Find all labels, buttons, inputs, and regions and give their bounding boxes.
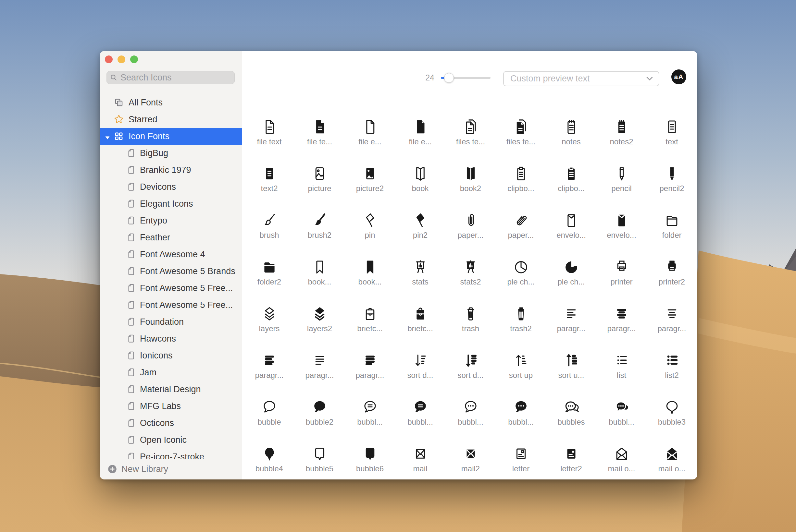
glyph-cell-paperclip[interactable]: paper... [445, 197, 496, 244]
glyph-cell-list[interactable]: list [596, 337, 647, 384]
disclosure-triangle-icon[interactable] [104, 133, 111, 139]
close-button[interactable] [105, 55, 113, 63]
glyph-cell-bookmark2[interactable]: book... [345, 244, 395, 290]
sidebar-library-elegant-icons[interactable]: Elegant Icons [100, 195, 242, 212]
glyph-cell-clipboard-text2[interactable]: clipbo... [546, 150, 596, 197]
new-library-button[interactable]: New Library [100, 459, 242, 479]
glyph-cell-files-text2[interactable]: files te... [496, 103, 546, 150]
glyph-cell-stats2[interactable]: stats2 [445, 244, 496, 290]
glyph-cell-bubble[interactable]: bubble [244, 384, 294, 431]
glyph-cell-mail-open[interactable]: mail o... [596, 431, 647, 477]
text-style-button[interactable]: aA [671, 70, 686, 84]
glyph-cell-pencil[interactable]: pencil [596, 150, 647, 197]
glyph-cell-printer[interactable]: printer [596, 244, 647, 290]
sidebar-library-octicons[interactable]: Octicons [100, 415, 242, 432]
search-input[interactable] [120, 72, 231, 83]
icon-size-slider[interactable] [441, 72, 490, 84]
zoom-button[interactable] [130, 55, 138, 63]
glyph-cell-trash2[interactable]: trash2 [496, 290, 546, 337]
sidebar-library-open-iconic[interactable]: Open Iconic [100, 432, 242, 448]
glyph-cell-pie-chart2[interactable]: pie ch... [546, 244, 596, 290]
sidebar-library-devicons[interactable]: Devicons [100, 178, 242, 195]
search-field[interactable] [107, 71, 235, 84]
glyph-cell-file-text2[interactable]: file te... [294, 103, 345, 150]
glyph-cell-bubble-lines2[interactable]: bubbl... [395, 384, 445, 431]
glyph-cell-paperclip2[interactable]: paper... [496, 197, 546, 244]
preview-text-combobox[interactable]: Custom preview text [503, 71, 659, 86]
sidebar-library-brankic-1979[interactable]: Brankic 1979 [100, 162, 242, 178]
glyph-cell-clipboard-text[interactable]: clipbo... [496, 150, 546, 197]
sidebar-library-font-awesome-5-free-[interactable]: Font Awesome 5 Free... [100, 297, 242, 314]
sidebar-library-font-awesome-5-brands[interactable]: Font Awesome 5 Brands [100, 263, 242, 280]
glyph-cell-mail[interactable]: mail [395, 431, 445, 477]
glyph-cell-file-empty2[interactable]: file e... [395, 103, 445, 150]
sidebar-library-ionicons[interactable]: Ionicons [100, 347, 242, 364]
glyph-cell-picture[interactable]: picture [294, 150, 345, 197]
sidebar-library-foundation[interactable]: Foundation [100, 314, 242, 330]
glyph-cell-bubble6[interactable]: bubble6 [345, 431, 395, 477]
sidebar-library-mfg-labs[interactable]: MFG Labs [100, 398, 242, 415]
glyph-cell-bubbles[interactable]: bubbles [546, 384, 596, 431]
glyph-cell-paragraph-justify2[interactable]: paragr... [345, 337, 395, 384]
sidebar-library-feather[interactable]: Feather [100, 229, 242, 246]
glyph-cell-sort-down[interactable]: sort d... [395, 337, 445, 384]
glyph-cell-printer2[interactable]: printer2 [647, 244, 697, 290]
glyph-cell-file-empty[interactable]: file e... [345, 103, 395, 150]
glyph-cell-letter2[interactable]: letter2 [546, 431, 596, 477]
glyph-cell-folder[interactable]: folder [647, 197, 697, 244]
glyph-cell-brush2[interactable]: brush2 [294, 197, 345, 244]
glyph-cell-bubble5[interactable]: bubble5 [294, 431, 345, 477]
glyph-cell-mail-open2[interactable]: mail o... [647, 431, 697, 477]
glyph-cell-briefcase2[interactable]: briefc... [395, 290, 445, 337]
glyph-cell-pencil2[interactable]: pencil2 [647, 150, 697, 197]
sidebar-library-font-awesome-5-free-[interactable]: Font Awesome 5 Free... [100, 280, 242, 297]
glyph-cell-paragraph-left2[interactable]: paragr... [244, 337, 294, 384]
glyph-cell-bubble-dots[interactable]: bubbl... [445, 384, 496, 431]
glyph-cell-picture2[interactable]: picture2 [345, 150, 395, 197]
glyph-cell-bubble4[interactable]: bubble4 [244, 431, 294, 477]
glyph-cell-bookmark[interactable]: book... [294, 244, 345, 290]
glyph-cell-book2[interactable]: book2 [445, 150, 496, 197]
glyph-cell-file-text[interactable]: file text [244, 103, 294, 150]
glyph-cell-envelope[interactable]: envelo... [546, 197, 596, 244]
glyph-cell-bubbles2[interactable]: bubbl... [596, 384, 647, 431]
glyph-cell-brush[interactable]: brush [244, 197, 294, 244]
sidebar-item-starred[interactable]: Starred [100, 111, 242, 128]
sidebar-item-all-fonts[interactable]: All Fonts [100, 94, 242, 111]
glyph-cell-paragraph-left[interactable]: paragr... [546, 290, 596, 337]
minimize-button[interactable] [117, 55, 125, 63]
glyph-cell-paragraph-center2[interactable]: paragr... [596, 290, 647, 337]
glyph-cell-layers[interactable]: layers [244, 290, 294, 337]
glyph-cell-text[interactable]: text [647, 103, 697, 150]
glyph-cell-mail2[interactable]: mail2 [445, 431, 496, 477]
glyph-cell-notes[interactable]: notes [546, 103, 596, 150]
glyph-cell-letter[interactable]: letter [496, 431, 546, 477]
glyph-cell-notes2[interactable]: notes2 [596, 103, 647, 150]
sidebar-library-bigbug[interactable]: BigBug [100, 145, 242, 162]
sidebar-library-entypo[interactable]: Entypo [100, 212, 242, 229]
glyph-cell-pie-chart[interactable]: pie ch... [496, 244, 546, 290]
sidebar-library-pe-icon-7-stroke[interactable]: Pe-icon-7-stroke [100, 448, 242, 459]
glyph-cell-trash[interactable]: trash [445, 290, 496, 337]
glyph-cell-stats[interactable]: stats [395, 244, 445, 290]
glyph-cell-text2[interactable]: text2 [244, 150, 294, 197]
glyph-cell-paragraph-center[interactable]: paragr... [647, 290, 697, 337]
sidebar-library-material-design[interactable]: Material Design [100, 381, 242, 398]
sidebar-library-jam[interactable]: Jam [100, 364, 242, 381]
glyph-cell-briefcase[interactable]: briefc... [345, 290, 395, 337]
glyph-cell-book[interactable]: book [395, 150, 445, 197]
glyph-cell-folder2[interactable]: folder2 [244, 244, 294, 290]
glyph-cell-bubble2[interactable]: bubble2 [294, 384, 345, 431]
glyph-cell-bubble-dots2[interactable]: bubbl... [496, 384, 546, 431]
glyph-cell-sort-up2[interactable]: sort u... [546, 337, 596, 384]
glyph-cell-bubble-lines[interactable]: bubbl... [345, 384, 395, 431]
slider-thumb[interactable] [444, 73, 454, 83]
glyph-cell-files-text[interactable]: files te... [445, 103, 496, 150]
glyph-cell-sort-up[interactable]: sort up [496, 337, 546, 384]
glyph-cell-bubble3[interactable]: bubble3 [647, 384, 697, 431]
sidebar-library-font-awesome-4[interactable]: Font Awesome 4 [100, 246, 242, 263]
glyph-cell-envelope2[interactable]: envelo... [596, 197, 647, 244]
glyph-cell-list2[interactable]: list2 [647, 337, 697, 384]
glyph-cell-sort-down2[interactable]: sort d... [445, 337, 496, 384]
glyph-cell-paragraph-justify[interactable]: paragr... [294, 337, 345, 384]
